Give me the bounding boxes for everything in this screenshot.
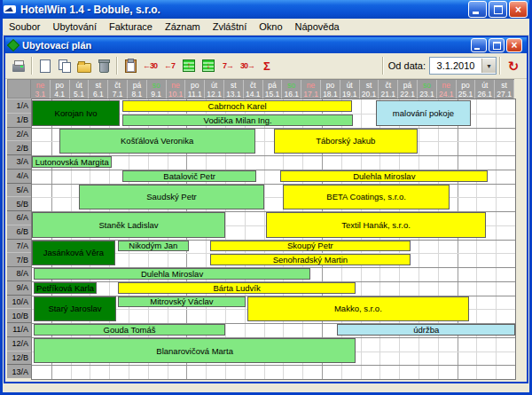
day-name: út [75,81,82,90]
room-label-6-b: 6/B [7,225,31,239]
back-7-days-button[interactable]: ←7 [160,56,179,75]
booking-bar-senohradsky-martin[interactable]: Senohradský Martin [210,254,411,265]
day-date: 6.1 [93,90,104,99]
booking-bar-cabrnoch-karel[interactable]: Cabrnoch Karel [122,100,351,112]
day-date: 13.1 [226,90,241,99]
day-name: st [366,81,372,90]
day-date: 24.1 [439,90,454,99]
booking-bar-jasankova-vera[interactable]: Jasánková Věra [32,241,115,266]
booking-bar-beta-coatings-s-r-o-[interactable]: BETA Coatings, s.r.o. [283,185,449,210]
plan-maximize-button[interactable] [489,38,505,52]
forward-7-days-button[interactable]: 7→ [218,56,238,75]
sum-button[interactable]: Σ [257,56,277,75]
plan-minimize-button[interactable] [471,38,487,52]
booking-bar-batalovic-petr[interactable]: Batalovič Petr [122,170,255,182]
booking-bar-taborsky-jakub[interactable]: Táborský Jakub [274,129,418,154]
booking-bar-nikodym-jan[interactable]: Nikodým Jan [118,241,189,252]
toolbar-separator [116,57,118,75]
booking-bar-dulehla-miroslav[interactable]: Dulehla Miroslav [34,268,310,280]
delete-button[interactable] [94,56,113,75]
maximize-button[interactable] [489,1,507,18]
booking-bar-blanarovicova-marta[interactable]: Blanarovičová Marta [34,338,356,364]
booking-bar-gouda-tomas[interactable]: Gouda Tomáš [34,324,225,336]
booking-bar-barta-ludvik[interactable]: Bárta Ludvík [118,282,356,294]
back-30-days-button[interactable]: ←30 [140,56,160,75]
booking-bar-korojan-ivo[interactable]: Korojan Ivo [32,100,120,126]
day-header-15.1: pá15.1 [263,80,283,99]
booking-bar-kostalova-veronika[interactable]: Košťálová Veronika [59,129,255,154]
day-date: 3.1 [35,90,45,99]
minimize-button[interactable] [468,1,487,18]
day-date: 8.1 [131,90,142,99]
day-header-13.1: st13.1 [224,80,244,99]
calendar-date-header: ne3.1po4.1út5.1st6.1čt7.1pá8.1so9.1ne10.… [31,79,514,99]
booking-bar-textil-hanak-s-r-o-[interactable]: Textil Hanák, s.r.o. [266,212,487,238]
day-name: ne [307,81,315,90]
day-date: 19.1 [342,90,357,99]
booking-bar-stanek-ladislav[interactable]: Staněk Ladislav [32,212,225,238]
chevron-down-icon[interactable]: ▼ [481,59,496,73]
room-label-8-a: 8/A [7,266,31,280]
day-header-26.1: út26.1 [475,80,495,99]
room-label-9-a: 9/A [7,280,31,295]
refresh-button[interactable]: ↻ [504,56,523,75]
booking-bar-petrikova-karla[interactable]: Petříková Karla [34,282,97,294]
menu-item-zvlastni[interactable]: Zvláštní [207,20,254,34]
day-header-22.1: pá22.1 [398,80,418,99]
day-date: 10.1 [168,90,184,99]
booking-bar-stary-jaroslav[interactable]: Starý Jaroslav [34,296,116,322]
paste-button[interactable] [121,56,140,75]
copy-button[interactable] [55,56,74,75]
menu-item-ubytovani[interactable]: Ubytování [46,20,103,34]
forward-30-days-button[interactable]: 30→ [238,56,257,75]
day-name: ne [36,81,44,90]
plan-close-button[interactable]: × [506,38,522,52]
booking-bar-dulehla-miroslav[interactable]: Dulehla Miroslav [280,170,488,182]
menu-item-soubor[interactable]: Soubor [3,20,46,34]
booking-grid[interactable]: Korojan IvoCabrnoch KarelVodička Milan I… [31,99,516,380]
close-button[interactable]: × [509,1,528,18]
booking-bar-lutonovska-margita[interactable]: Lutonovská Margita [32,156,112,168]
menu-item-napoveda[interactable]: Nápověda [289,20,346,34]
room-label-10-a: 10/A [7,295,31,309]
booking-bar-makko-s-r-o-[interactable]: Makko, s.r.o. [247,296,469,322]
plan-window: Ubytovací plán × ←30←7↑↓7→30→ΣOd data:3.… [4,36,528,383]
app-icon [3,4,17,15]
room-label-column: 1/A1/B2/A2/B3/A4/A5/A5/B6/A6/B7/A7/B8/A9… [7,99,31,378]
room-label-6-a: 6/A [7,210,31,225]
day-date: 9.1 [151,90,161,99]
booking-bar-saudsky-petr[interactable]: Saudský Petr [79,185,263,210]
move-down-icon: ↓ [202,59,215,72]
day-header-6.1: st6.1 [89,80,108,99]
booking-bar-vodicka-milan-ing-[interactable]: Vodička Milan Ing. [122,115,352,126]
from-date-label: Od data: [388,60,426,71]
day-date: 7.1 [113,90,123,99]
open-button[interactable] [74,56,94,75]
day-date: 20.1 [362,90,377,99]
move-up-button[interactable]: ↑ [179,56,199,75]
booking-bar-skoupy-petr[interactable]: Skoupý Petr [210,241,411,252]
room-label-11-a: 11/A [7,322,31,336]
day-date: 22.1 [400,90,415,99]
day-name: pá [403,81,411,90]
toolbar-separator [382,57,384,75]
booking-bar-mitrovsky-vaclav[interactable]: Mitrovský Václav [118,296,246,308]
menu-item-okno[interactable]: Okno [253,20,288,34]
day-name: so [153,81,160,90]
booking-bar-malovani-pokoje[interactable]: malování pokoje [376,100,471,126]
maximize-icon [494,5,503,14]
room-label-7-b: 7/B [7,252,31,266]
day-date: 12.1 [207,90,222,99]
room-label-13-a: 13/A [7,364,31,378]
move-down-button[interactable]: ↓ [199,56,218,75]
day-date: 11.1 [188,90,202,99]
menu-item-fakturace[interactable]: Fakturace [103,20,159,34]
day-name: st [231,81,237,90]
day-header-5.1: út5.1 [70,80,90,99]
new-button[interactable] [35,56,55,75]
day-header-14.1: čt14.1 [244,80,263,99]
print-button[interactable] [9,56,28,75]
menu-item-zaznam[interactable]: Záznam [159,20,207,34]
from-date-combobox[interactable]: 3.1.2010▼ [429,57,497,75]
booking-bar-udrzba[interactable]: údržba [337,324,515,336]
